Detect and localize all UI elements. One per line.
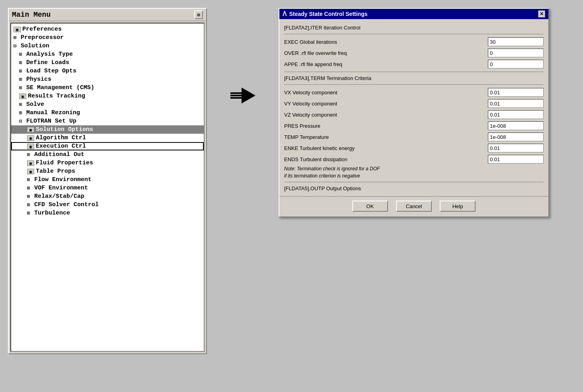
- expand-icon: ⊟: [14, 43, 19, 49]
- lambda-icon: Λ: [283, 10, 287, 18]
- expand-icon: ⊞: [27, 177, 33, 183]
- sidebar-item-solution[interactable]: ⊟ Solution: [11, 42, 204, 50]
- results-tracking-icon: ▣: [19, 94, 26, 99]
- pres-field-row: PRES Pressure: [284, 121, 544, 130]
- algorithm-ctrl-icon: ▣: [27, 135, 34, 141]
- dialog-titlebar: Λ Steady State Control Settings ✕: [279, 9, 548, 19]
- vy-input[interactable]: [488, 99, 544, 108]
- exec-input[interactable]: [488, 37, 544, 46]
- over-label: OVER .rfl file overwrite freq: [284, 50, 488, 56]
- sidebar-item-preferences[interactable]: ▣ Preferences: [11, 25, 204, 33]
- expand-icon: ⊞: [27, 210, 33, 216]
- steady-state-dialog: Λ Steady State Control Settings ✕ [FLDAT…: [279, 8, 549, 217]
- sidebar-item-cfd-solver-control[interactable]: ⊞ CFD Solver Control: [11, 201, 204, 209]
- expand-icon: ⊟: [19, 118, 25, 124]
- main-menu-title: Main Menu: [12, 11, 51, 19]
- note-line2: if its termination criterion is negative: [284, 173, 544, 179]
- note-line1: Note: Termination check is ignored for a…: [284, 166, 544, 172]
- menu-content: ▣ Preferences ⊞ Preprocessor ⊟ Solution …: [10, 23, 205, 352]
- sidebar-item-additional-out[interactable]: ⊞ Additional Out: [11, 150, 204, 159]
- sidebar-item-turbulence[interactable]: ⊞ Turbulence: [11, 209, 204, 217]
- sidebar-item-fluid-properties[interactable]: ▣ Fluid Properties: [11, 159, 204, 167]
- dialog-footer: OK Cancel Help: [279, 196, 548, 216]
- sidebar-item-solution-options[interactable]: ▣ Solution Options: [11, 125, 204, 134]
- expand-icon: ⊞: [19, 51, 25, 57]
- enke-label: ENKE Turbulent kinetic energy: [284, 145, 488, 151]
- sidebar-item-physics[interactable]: ⊞ Physics: [11, 75, 204, 84]
- temp-input[interactable]: [488, 133, 544, 141]
- vy-field-row: VY Velocity component: [284, 99, 544, 108]
- vx-field-row: VX Velocity component: [284, 88, 544, 97]
- pres-label: PRES Pressure: [284, 123, 488, 129]
- execution-ctrl-icon: ▣: [27, 144, 34, 149]
- expand-icon: ⊞: [27, 152, 33, 158]
- temp-field-row: TEMP Temperature: [284, 133, 544, 141]
- dialog-title: Steady State Control Settings: [289, 11, 368, 17]
- fluid-properties-icon: ▣: [27, 160, 34, 166]
- vz-field-row: VZ Velocity component: [284, 110, 544, 119]
- exec-label: EXEC Global iterations: [284, 39, 488, 45]
- sidebar-item-se-management[interactable]: ⊞ SE Management (CMS): [11, 84, 204, 92]
- expand-icon: ⊞: [19, 85, 25, 91]
- cancel-button[interactable]: Cancel: [396, 201, 432, 212]
- vx-input[interactable]: [488, 88, 544, 97]
- expand-icon: ⊞: [19, 68, 25, 74]
- expand-icon: ⊞: [19, 76, 25, 82]
- sidebar-item-load-step-opts[interactable]: ⊞ Load Step Opts: [11, 67, 204, 75]
- dialog-close-button[interactable]: ✕: [538, 10, 545, 18]
- output-options-header: [FLDATA5],OUTP Output Options: [284, 185, 544, 191]
- sidebar-item-flotran-setup[interactable]: ⊟ FLOTRAN Set Up: [11, 117, 204, 125]
- sidebar-item-flow-environment[interactable]: ⊞ Flow Environment: [11, 176, 204, 184]
- sidebar-item-execution-ctrl[interactable]: ▣ Execution Ctrl: [11, 142, 204, 150]
- preferences-icon: ▣: [14, 27, 21, 32]
- iteration-control-header: [FLDATA2],ITER Iteration Control: [284, 25, 544, 31]
- sidebar-item-vof-environment[interactable]: ⊞ VOF Environment: [11, 184, 204, 192]
- appe-label: APPE .rfl file append freq: [284, 61, 488, 67]
- sidebar-item-define-loads[interactable]: ⊞ Define Loads: [11, 59, 204, 67]
- ends-label: ENDS Turbulent dissipation: [284, 156, 488, 162]
- ok-button[interactable]: OK: [352, 201, 388, 212]
- expand-icon: ⊞: [14, 35, 19, 41]
- main-menu: Main Menu ⊗ ▣ Preferences ⊞ Preprocessor…: [8, 8, 207, 354]
- appe-input[interactable]: [488, 60, 544, 68]
- sidebar-item-manual-rezoning[interactable]: ⊞ Manual Rezoning: [11, 109, 204, 117]
- sidebar-item-algorithm-ctrl[interactable]: ▣ Algorithm Ctrl: [11, 134, 204, 142]
- table-props-icon: ▣: [27, 169, 34, 174]
- expand-icon: ⊞: [19, 60, 25, 66]
- help-button[interactable]: Help: [440, 201, 476, 212]
- pres-input[interactable]: [488, 121, 544, 130]
- appe-field-row: APPE .rfl file append freq: [284, 60, 544, 68]
- sidebar-item-results-tracking[interactable]: ▣ Results Tracking: [11, 92, 204, 100]
- over-field-row: OVER .rfl file overwrite freq: [284, 49, 544, 57]
- menu-rollup-button[interactable]: ⊗: [194, 10, 203, 19]
- termination-criteria-header: [FLDATA3],TERM Termination Criteria: [284, 75, 544, 81]
- expand-icon: ⊞: [19, 101, 25, 107]
- expand-icon: ⊞: [19, 110, 25, 116]
- arrow-indicator: [219, 8, 267, 103]
- vz-label: VZ Velocity component: [284, 112, 488, 118]
- expand-icon: ⊞: [27, 193, 33, 199]
- expand-icon: ⊞: [27, 185, 33, 191]
- expand-icon: ⊞: [27, 202, 33, 208]
- ends-input[interactable]: [488, 155, 544, 164]
- dialog-body: [FLDATA2],ITER Iteration Control EXEC Gl…: [279, 19, 548, 196]
- main-menu-titlebar: Main Menu ⊗: [9, 9, 206, 21]
- sidebar-item-analysis-type[interactable]: ⊞ Analysis Type: [11, 50, 204, 59]
- sidebar-item-table-props[interactable]: ▣ Table Props: [11, 167, 204, 176]
- enke-field-row: ENKE Turbulent kinetic energy: [284, 144, 544, 152]
- sidebar-item-preprocessor[interactable]: ⊞ Preprocessor: [11, 33, 204, 42]
- enke-input[interactable]: [488, 144, 544, 152]
- vy-label: VY Velocity component: [284, 101, 488, 107]
- exec-field-row: EXEC Global iterations: [284, 37, 544, 46]
- over-input[interactable]: [488, 49, 544, 57]
- temp-label: TEMP Temperature: [284, 134, 488, 140]
- sidebar-item-solve[interactable]: ⊞ Solve: [11, 100, 204, 109]
- vx-label: VX Velocity component: [284, 90, 488, 96]
- sidebar-item-relax-stab-cap[interactable]: ⊞ Relax/Stab/Cap: [11, 192, 204, 201]
- ends-field-row: ENDS Turbulent dissipation: [284, 155, 544, 164]
- vz-input[interactable]: [488, 110, 544, 119]
- solution-options-icon: ▣: [27, 127, 34, 133]
